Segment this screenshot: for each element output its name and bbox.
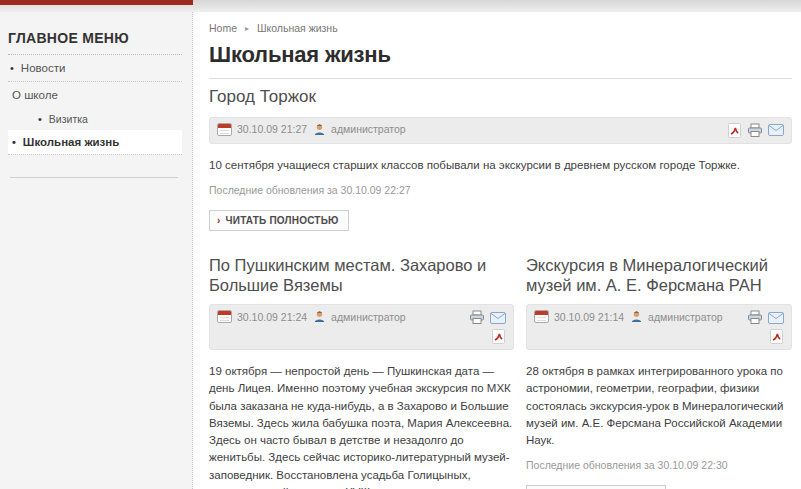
calendar-icon xyxy=(217,310,232,323)
main-content: Home ▸ Школьная жизнь Школьная жизнь Гор… xyxy=(193,12,801,489)
bullet-icon: • xyxy=(12,137,16,148)
calendar-icon xyxy=(534,310,549,323)
read-more-button[interactable]: ›ЧИТАТЬ ПОЛНОСТЬЮ xyxy=(526,485,666,489)
calendar-icon xyxy=(217,123,232,136)
meta-author: администратор xyxy=(331,123,406,135)
page: ГЛАВНОЕ МЕНЮ • Новости О школе • Визитка… xyxy=(0,0,801,489)
right-column: Экскурсия в Минералогический музей им. А… xyxy=(526,255,792,489)
bullet-icon: • xyxy=(38,114,42,125)
article-meta-bar: 30.10.09 21:27 администратор xyxy=(209,117,792,144)
sidebar-item-about-school[interactable]: О школе xyxy=(8,82,182,108)
breadcrumb-arrow-icon: ▸ xyxy=(245,24,249,33)
last-updated: Последние обновления за 30.10.09 22:30 xyxy=(526,459,792,471)
user-icon xyxy=(313,310,326,323)
article-title[interactable]: По Пушкинским местам. Захарово и Большие… xyxy=(209,255,514,295)
breadcrumb: Home ▸ Школьная жизнь xyxy=(209,22,792,34)
article-body: 10 сентября учащиеся старших классов поб… xyxy=(209,157,792,174)
pdf-icon[interactable] xyxy=(769,329,784,344)
top-strip xyxy=(0,0,801,12)
print-icon[interactable] xyxy=(747,123,763,138)
print-icon[interactable] xyxy=(469,310,485,325)
meta-date: 30.10.09 21:14 xyxy=(554,311,624,323)
sidebar-item-label: Школьная жизнь xyxy=(23,136,119,148)
meta-date: 30.10.09 21:27 xyxy=(237,123,307,135)
user-icon xyxy=(630,310,643,323)
pdf-icon[interactable] xyxy=(727,123,742,138)
print-icon[interactable] xyxy=(747,310,763,325)
sidebar-item-school-life[interactable]: • Школьная жизнь xyxy=(8,130,182,155)
sidebar-title: ГЛАВНОЕ МЕНЮ xyxy=(8,28,182,55)
left-column: По Пушкинским местам. Захарово и Большие… xyxy=(209,255,514,489)
sidebar-item-label: О школе xyxy=(12,89,58,101)
arrow-icon: › xyxy=(217,215,221,226)
pdf-icon[interactable] xyxy=(491,329,506,344)
email-icon[interactable] xyxy=(490,312,506,324)
meta-author: администратор xyxy=(648,311,723,323)
last-updated: Последние обновления за 30.10.09 22:27 xyxy=(209,184,792,196)
sidebar-divider xyxy=(10,177,178,178)
sidebar-item-news[interactable]: • Новости xyxy=(8,55,182,82)
article-body: 19 октября — непростой день — Пушкинская… xyxy=(209,363,514,489)
sidebar: ГЛАВНОЕ МЕНЮ • Новости О школе • Визитка… xyxy=(0,12,193,489)
article-pushkin: По Пушкинским местам. Захарово и Большие… xyxy=(209,255,514,489)
title-divider xyxy=(209,78,792,79)
article-title[interactable]: Экскурсия в Минералогический музей им. А… xyxy=(526,255,792,295)
article-meta-bar: 30.10.09 21:24 администратор xyxy=(209,304,514,350)
email-icon[interactable] xyxy=(768,312,784,324)
sidebar-item-label: Новости xyxy=(21,62,66,74)
breadcrumb-home-link[interactable]: Home xyxy=(209,22,237,34)
article-title[interactable]: Город Торжок xyxy=(209,87,792,108)
article-body: 28 октября в рамках интегрированного уро… xyxy=(526,363,792,449)
user-icon xyxy=(313,123,326,136)
sidebar-item-vizitka[interactable]: • Визитка xyxy=(36,108,182,130)
email-icon[interactable] xyxy=(768,124,784,136)
page-title: Школьная жизнь xyxy=(209,42,792,68)
article-meta-bar: 30.10.09 21:14 администратор xyxy=(526,304,792,350)
article-mineral-museum: Экскурсия в Минералогический музей им. А… xyxy=(526,255,792,489)
red-accent-bar xyxy=(0,0,193,5)
breadcrumb-current: Школьная жизнь xyxy=(257,22,338,34)
bullet-icon: • xyxy=(10,63,14,74)
sidebar-item-label: Визитка xyxy=(49,113,88,125)
read-more-button[interactable]: ›ЧИТАТЬ ПОЛНОСТЬЮ xyxy=(209,210,349,231)
meta-date: 30.10.09 21:24 xyxy=(237,311,307,323)
article-torzhok: Город Торжок 30.10.09 21:27 администрато… xyxy=(209,87,792,231)
meta-author: администратор xyxy=(331,311,406,323)
